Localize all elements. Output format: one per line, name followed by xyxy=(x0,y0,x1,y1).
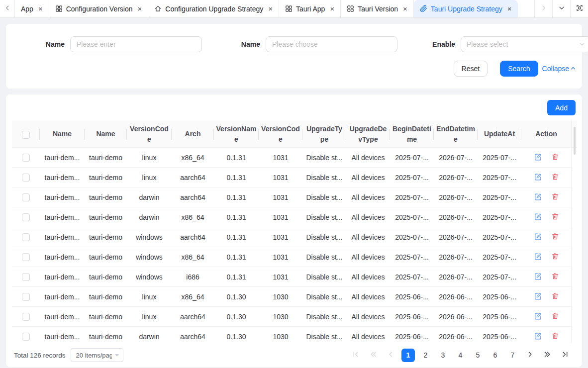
edit-button[interactable] xyxy=(534,332,542,342)
delete-button[interactable] xyxy=(551,292,559,301)
cell-enddatetime: 2026-07-... xyxy=(434,148,478,168)
row-checkbox[interactable] xyxy=(22,293,30,301)
cell-versionname: 0.1.31 xyxy=(214,168,259,187)
close-icon[interactable]: × xyxy=(330,5,334,12)
edit-button[interactable] xyxy=(534,292,542,302)
table-scrollbar[interactable] xyxy=(574,127,576,155)
tabs-menu-button[interactable] xyxy=(552,0,570,17)
row-checkbox[interactable] xyxy=(22,333,30,341)
next-5-pages-button[interactable] xyxy=(541,349,554,362)
next-page-button[interactable] xyxy=(523,349,537,362)
cell-upgradetype: Disable st... xyxy=(302,187,346,207)
name-input[interactable] xyxy=(70,36,202,52)
prev-page-button[interactable] xyxy=(384,349,397,362)
delete-button[interactable] xyxy=(551,232,559,242)
edit-button[interactable] xyxy=(534,173,542,183)
edit-button[interactable] xyxy=(534,153,542,163)
prev-page-icon xyxy=(387,351,394,360)
next-5-pages-icon xyxy=(544,351,551,360)
first-page-button[interactable] xyxy=(349,349,363,362)
edit-icon xyxy=(534,173,542,183)
tab-app[interactable]: App× xyxy=(15,0,49,17)
edit-button[interactable] xyxy=(534,192,542,202)
close-icon[interactable]: × xyxy=(138,5,142,12)
page-4-button[interactable]: 4 xyxy=(454,349,467,362)
select-placeholder: Please select xyxy=(467,40,508,48)
name-input[interactable] xyxy=(266,36,397,52)
column-header-upgradedevtype: UpgradeDevType xyxy=(346,121,390,148)
row-checkbox[interactable] xyxy=(22,233,30,241)
tab-tauri-app[interactable]: Tauri App× xyxy=(279,0,341,17)
row-checkbox[interactable] xyxy=(22,273,30,281)
cell-upgradetype: Disable st... xyxy=(302,207,346,227)
edit-button[interactable] xyxy=(534,232,542,242)
close-icon[interactable]: × xyxy=(507,5,512,12)
row-checkbox[interactable] xyxy=(22,193,30,201)
row-checkbox[interactable] xyxy=(22,154,30,162)
tab-configuration-version[interactable]: Configuration Version× xyxy=(49,0,149,17)
cell-enddatetime: 2026-07-... xyxy=(434,267,478,287)
fullscreen-icon xyxy=(576,4,584,13)
delete-button[interactable] xyxy=(551,252,559,262)
delete-button[interactable] xyxy=(551,312,559,321)
cell-versionname: 0.1.31 xyxy=(214,187,259,207)
delete-button[interactable] xyxy=(551,212,559,222)
cell-action xyxy=(521,247,571,267)
cell-arch: aarch64 xyxy=(172,227,214,247)
tabs-scroll-left-button[interactable] xyxy=(0,0,15,17)
tab-list: App×Configuration Version×Configuration … xyxy=(15,0,518,17)
row-select-cell xyxy=(12,168,40,187)
row-checkbox[interactable] xyxy=(22,253,30,261)
edit-button[interactable] xyxy=(534,252,542,262)
last-page-button[interactable] xyxy=(558,349,572,362)
delete-button[interactable] xyxy=(551,192,559,202)
close-icon[interactable]: × xyxy=(268,5,273,12)
tab-configuration-upgrade-strategy[interactable]: Configuration Upgrade Strategy× xyxy=(148,0,279,17)
delete-button[interactable] xyxy=(551,272,559,281)
cell-begindatetime: 2025-07-... xyxy=(390,227,434,247)
cell-arch: i686 xyxy=(172,267,214,287)
cell-name: tauri-demo xyxy=(85,207,127,227)
page-5-button[interactable]: 5 xyxy=(471,349,485,362)
home-icon xyxy=(154,5,162,12)
cell-name: tauri-dem... xyxy=(40,187,85,207)
tabs-scroll-right-button[interactable] xyxy=(534,0,552,17)
cell-name: tauri-demo xyxy=(85,227,127,247)
cell-versioncode: 1031 xyxy=(259,247,302,267)
edit-button[interactable] xyxy=(534,312,542,322)
delete-button[interactable] xyxy=(551,173,559,182)
edit-button[interactable] xyxy=(534,272,542,282)
collapse-label: Collapse xyxy=(542,65,569,73)
collapse-button[interactable]: Collapse xyxy=(542,65,576,73)
page-1-button[interactable]: 1 xyxy=(401,349,415,362)
page-6-button[interactable]: 6 xyxy=(489,349,502,362)
column-header-enddatetime: EndDatetime xyxy=(434,121,478,148)
reset-button[interactable]: Reset xyxy=(454,61,488,77)
fullscreen-button[interactable] xyxy=(570,0,588,17)
grid-icon xyxy=(347,5,354,12)
row-select-cell xyxy=(12,227,40,247)
search-button[interactable]: Search xyxy=(500,61,538,77)
edit-button[interactable] xyxy=(534,212,542,222)
page-7-button[interactable]: 7 xyxy=(506,349,519,362)
page-3-button[interactable]: 3 xyxy=(436,349,450,362)
row-checkbox[interactable] xyxy=(22,213,30,221)
tab-tauri-upgrade-strategy[interactable]: Tauri Upgrade Strategy× xyxy=(414,0,518,17)
row-checkbox[interactable] xyxy=(22,174,30,182)
row-checkbox[interactable] xyxy=(22,313,30,321)
close-icon[interactable]: × xyxy=(38,5,43,12)
tab-tauri-version[interactable]: Tauri Version× xyxy=(341,0,414,17)
close-icon[interactable]: × xyxy=(403,5,407,12)
page-size-select[interactable]: 20 items/pag xyxy=(71,348,123,362)
row-select-cell xyxy=(12,307,40,327)
column-header-begindatetime: BeginDatetime xyxy=(390,121,434,148)
add-button[interactable]: Add xyxy=(547,100,576,115)
delete-button[interactable] xyxy=(551,332,559,341)
delete-button[interactable] xyxy=(551,153,559,162)
tab-label: Tauri Upgrade Strategy xyxy=(431,5,502,13)
select-all-checkbox[interactable] xyxy=(22,131,30,139)
page-2-button[interactable]: 2 xyxy=(419,349,432,362)
cell-upgradetype: Disable st... xyxy=(302,247,346,267)
enable-select[interactable]: Please select xyxy=(461,36,588,52)
prev-5-pages-button[interactable] xyxy=(367,349,380,362)
